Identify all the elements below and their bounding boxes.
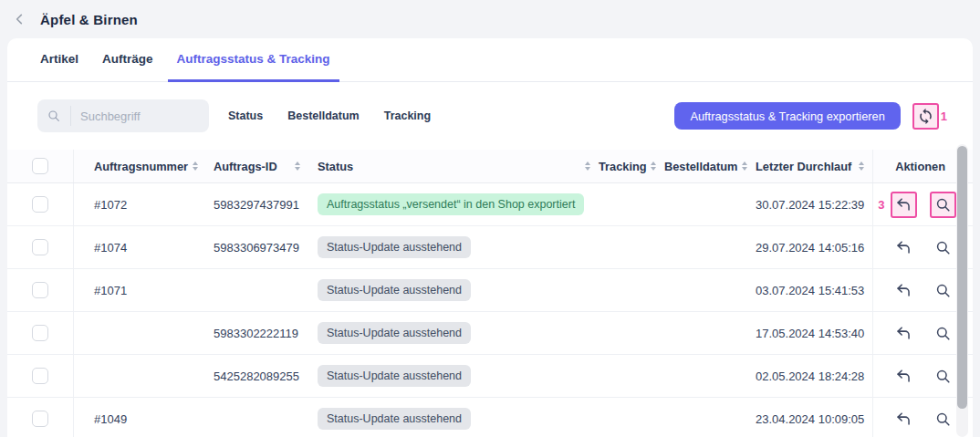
sort-icon-auftrags-id[interactable] [295,161,300,171]
table-row: 5425282089255 Status-Update ausstehend 0… [7,355,973,398]
status-badge: Status-Update ausstehend [318,365,471,387]
sort-icon-bestelldatum[interactable] [742,161,747,171]
tab-artikel[interactable]: Artikel [31,38,88,82]
annotation-box-search [930,277,956,304]
annotation-label-1: 1 [939,109,949,123]
column-header-status: Status [318,160,353,173]
table-header: Auftragsnummer Auftrags-ID Status Tracki… [7,150,973,183]
annotation-box-undo [891,234,917,261]
cell-auftragsnummer: #1074 [74,226,206,268]
cell-tracking [599,312,664,354]
column-header-tracking: Tracking [599,160,647,173]
cell-auftrags-id: 5983302222119 [206,312,308,354]
row-checkbox[interactable] [32,196,48,213]
cell-tracking [599,183,664,225]
refresh-icon[interactable] [917,108,934,125]
table-row: #1074 5983306973479 Status-Update ausste… [7,226,973,269]
filter-status[interactable]: Status [228,109,263,122]
cell-auftragsnummer [74,355,206,397]
table-row: #1071 Status-Update ausstehend 03.07.202… [7,269,973,312]
table-row: #1049 Status-Update ausstehend 23.04.202… [7,398,973,437]
annotation-box-undo [891,363,917,390]
status-badge: Auftragsstatus „versendet“ in den Shop e… [318,193,584,215]
cell-auftrags-id: 5983306973479 [206,226,308,268]
annotation-box-search [930,363,956,390]
tab-auftragsstatus-tracking[interactable]: Auftragsstatus & Tracking [168,38,339,82]
undo-export-icon[interactable] [895,325,912,342]
details-search-icon[interactable] [934,239,952,256]
undo-export-icon[interactable] [895,411,912,428]
cell-tracking [599,269,664,311]
sort-icon-tracking[interactable] [651,161,656,171]
details-search-icon[interactable] [934,196,952,213]
cell-bestelldatum [664,312,756,354]
column-header-letzter-durchlauf: Letzter Durchlauf [756,160,851,173]
row-checkbox[interactable] [32,239,48,255]
cell-bestelldatum [664,398,756,437]
search-box [37,99,209,132]
cell-tracking [599,226,664,268]
status-badge: Status-Update ausstehend [318,322,471,344]
undo-export-icon[interactable] [895,196,912,213]
annotation-label-undo: 3 [876,198,886,212]
cell-bestelldatum [664,226,756,268]
refresh-annotation-group: 1 [912,103,949,130]
cell-auftrags-id: 5983297437991 [206,183,308,225]
details-search-icon[interactable] [934,368,952,385]
undo-export-icon[interactable] [895,368,912,385]
vertical-scrollbar [956,144,968,437]
scrollbar-thumb[interactable] [957,146,967,409]
details-search-icon[interactable] [934,411,952,428]
row-checkbox[interactable] [32,368,48,384]
content-card: Artikel Aufträge Auftragsstatus & Tracki… [7,38,973,437]
sort-icon-status[interactable] [585,161,590,171]
search-icon [37,109,70,123]
search-input[interactable] [71,109,209,123]
column-header-auftragsnummer: Auftragsnummer [94,160,188,173]
tab-auftraege[interactable]: Aufträge [93,38,162,82]
cell-tracking [599,398,664,437]
cell-letzter-durchlauf: 17.05.2024 14:53:40 [756,312,872,354]
export-button[interactable]: Auftragsstatus & Tracking exportieren [674,102,900,130]
annotation-box-undo [891,277,917,304]
filter-tracking[interactable]: Tracking [384,109,431,122]
annotation-box-undo [891,406,917,432]
column-header-bestelldatum: Bestelldatum [664,160,737,173]
select-all-checkbox[interactable] [32,158,48,174]
page-title: Äpfel & Birnen [40,12,138,27]
annotation-box-undo [891,192,917,218]
table-row: #1072 5983297437991 Auftragsstatus „vers… [7,183,973,226]
sort-icon-auftragsnummer[interactable] [193,161,198,171]
details-search-icon[interactable] [934,325,952,342]
undo-export-icon[interactable] [895,239,912,256]
annotation-box-search [930,234,956,261]
table-row: 5983302222119 Status-Update ausstehend 1… [7,312,973,355]
cell-letzter-durchlauf: 23.04.2024 10:09:05 [756,398,872,437]
cell-auftrags-id [206,269,308,311]
cell-letzter-durchlauf: 03.07.2024 15:41:53 [756,269,872,311]
row-checkbox[interactable] [32,411,48,427]
row-checkbox[interactable] [32,325,48,341]
row-checkbox[interactable] [32,282,48,298]
column-header-aktionen: Aktionen [895,160,945,173]
cell-bestelldatum [664,269,756,311]
back-chevron-icon[interactable] [11,10,29,28]
undo-export-icon[interactable] [895,282,912,299]
details-search-icon[interactable] [934,282,952,299]
cell-auftragsnummer: #1071 [74,269,206,311]
tab-bar: Artikel Aufträge Auftragsstatus & Tracki… [7,38,973,82]
annotation-box-search [930,192,956,218]
column-header-auftrags-id: Auftrags-ID [214,160,277,173]
cell-tracking [599,355,664,397]
cell-auftragsnummer: #1049 [74,398,206,437]
status-badge: Status-Update ausstehend [318,236,471,258]
status-badge: Status-Update ausstehend [318,408,471,430]
toolbar: Status Bestelldatum Tracking Auftragssta… [7,82,973,150]
annotation-box-search [930,406,956,432]
cell-auftrags-id: 5425282089255 [206,355,308,397]
cell-auftragsnummer: #1072 [74,183,206,225]
filter-bestelldatum[interactable]: Bestelldatum [287,109,360,122]
annotation-box-undo [891,320,917,347]
annotation-box-1 [912,103,939,130]
sort-icon-letzter-durchlauf[interactable] [859,161,864,171]
